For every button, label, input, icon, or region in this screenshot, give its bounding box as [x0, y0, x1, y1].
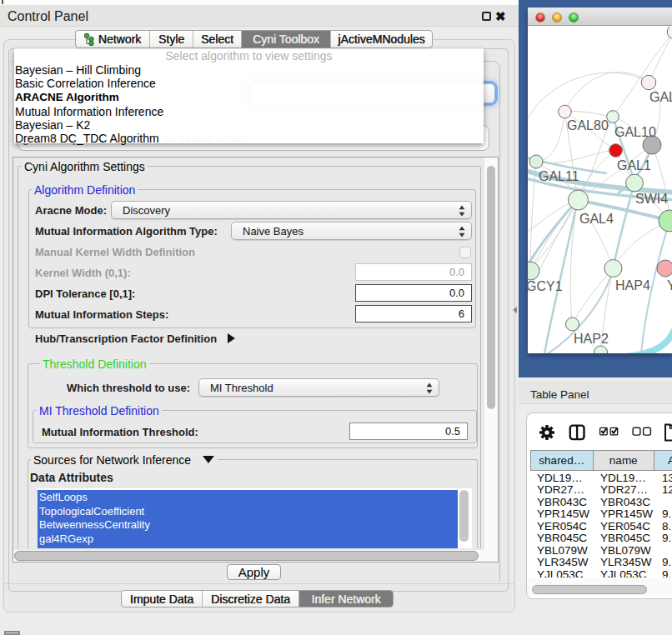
- svg-text:GCY1: GCY1: [528, 279, 563, 293]
- svg-text:GAL4: GAL4: [579, 212, 614, 226]
- svg-text:GAL: GAL: [649, 90, 672, 104]
- svg-text:HAP4: HAP4: [615, 278, 650, 292]
- svg-text:SWI4: SWI4: [635, 192, 668, 206]
- svg-text:GAL1: GAL1: [617, 158, 651, 172]
- svg-text:GAL11: GAL11: [539, 169, 579, 183]
- svg-text:HAP2: HAP2: [574, 332, 609, 346]
- svg-text:GAL10: GAL10: [614, 125, 656, 139]
- svg-text:Y: Y: [667, 278, 672, 292]
- svg-text:GAL80: GAL80: [567, 118, 609, 132]
